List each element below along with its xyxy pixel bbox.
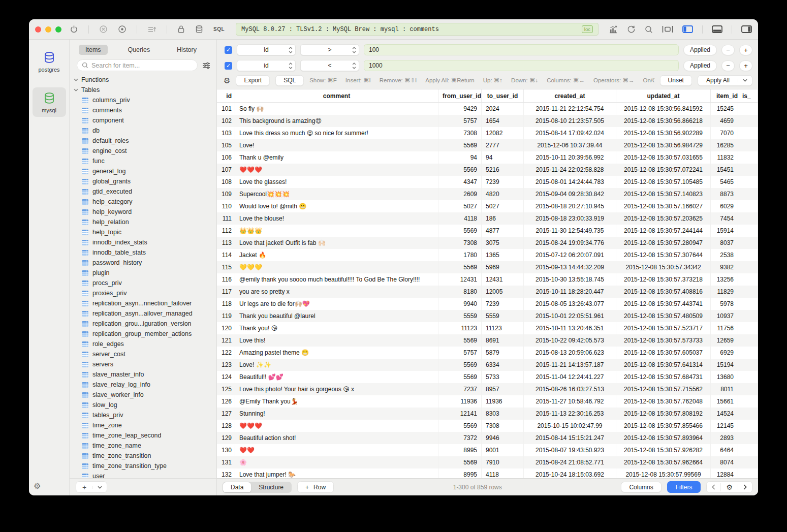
- table-row[interactable]: 101So fly 🙌🏼942920242015-11-21 22:12:54.…: [217, 103, 758, 115]
- cell-created_at[interactable]: 2015-08-18 20:27:10.945: [524, 200, 616, 212]
- cell-created_at[interactable]: 2015-11-24 22:02:58.828: [524, 164, 616, 176]
- cell-to_user_id[interactable]: 7910: [482, 456, 524, 468]
- sql-window-icon[interactable]: SQL: [213, 26, 225, 32]
- cell-updated_at[interactable]: 2015-12-08 15:30:56.984729: [616, 139, 711, 151]
- cell-from_user_id[interactable]: 8180: [438, 286, 482, 298]
- power-icon[interactable]: [70, 25, 78, 34]
- cell-id[interactable]: 119: [217, 310, 235, 322]
- cell-is[interactable]: [738, 200, 758, 212]
- cell-id[interactable]: 105: [217, 139, 235, 151]
- cell-from_user_id[interactable]: 1780: [438, 249, 482, 261]
- cell-comment[interactable]: @emily thank you soooo much beautiful!!!…: [235, 273, 438, 286]
- table-row[interactable]: 110Would love to! @mith 😬502750272015-08…: [217, 200, 758, 212]
- table-row[interactable]: 109Supercool💥💥💥260948202015-09-04 09:28:…: [217, 188, 758, 200]
- cell-item_id[interactable]: 7070: [711, 127, 738, 139]
- cell-to_user_id[interactable]: 9001: [482, 444, 524, 456]
- cell-updated_at[interactable]: 2015-12-08 15:30:57.203625: [616, 212, 711, 225]
- table-row[interactable]: 102This background is amazing😍5757165420…: [217, 115, 758, 127]
- cell-is[interactable]: [738, 420, 758, 432]
- cell-id[interactable]: 127: [217, 408, 235, 420]
- cell-item_id[interactable]: 15914: [711, 225, 738, 237]
- cell-from_user_id[interactable]: 11936: [438, 395, 482, 408]
- table-row[interactable]: 107❤️❤️❤️556952162015-11-24 22:02:58.828…: [217, 164, 758, 176]
- cell-item_id[interactable]: 5465: [711, 176, 738, 188]
- tab-items[interactable]: Items: [79, 45, 108, 55]
- cell-from_user_id[interactable]: 12431: [438, 273, 482, 286]
- column-header-to_user_id[interactable]: to_user_id: [482, 89, 524, 102]
- table-row[interactable]: 131🌸556979102015-08-24 21:08:52.7712015-…: [217, 456, 758, 468]
- filter-enabled-checkbox[interactable]: ✓: [225, 46, 232, 54]
- cell-id[interactable]: 132: [217, 468, 235, 478]
- cell-item_id[interactable]: 8074: [711, 456, 738, 468]
- left-panel-icon[interactable]: [682, 25, 693, 33]
- cell-to_user_id[interactable]: 5879: [482, 347, 524, 359]
- cell-comment[interactable]: 💛💛💛: [235, 261, 438, 273]
- cell-is[interactable]: [738, 127, 758, 139]
- cell-item_id[interactable]: 16285: [711, 139, 738, 151]
- cell-updated_at[interactable]: 2015-12-08 15:30:57.34342: [616, 261, 711, 273]
- cell-to_user_id[interactable]: 94: [482, 151, 524, 164]
- cell-updated_at[interactable]: 2015-12-08 15:30:57.072241: [616, 164, 711, 176]
- cell-from_user_id[interactable]: 11123: [438, 322, 482, 334]
- cell-created_at[interactable]: 2015-11-21 14:13:57.187: [524, 359, 616, 371]
- cell-created_at[interactable]: 2015-09-04 09:28:30.842: [524, 188, 616, 200]
- cell-from_user_id[interactable]: 5569: [438, 164, 482, 176]
- cell-id[interactable]: 111: [217, 212, 235, 225]
- cell-item_id[interactable]: 6464: [711, 444, 738, 456]
- sidebar-table-item[interactable]: comments: [70, 105, 216, 115]
- cell-comment[interactable]: Amazing pastel theme 😬: [235, 347, 438, 359]
- target-icon[interactable]: [118, 25, 127, 34]
- cell-updated_at[interactable]: 2015-12-08 15:30:57.893964: [616, 432, 711, 444]
- cell-updated_at[interactable]: 2015-12-08 15:30:57.99569: [616, 468, 711, 478]
- cell-created_at[interactable]: 2015-08-13 20:59:06.623: [524, 347, 616, 359]
- remove-filter-button[interactable]: −: [721, 60, 735, 71]
- cell-id[interactable]: 112: [217, 225, 235, 237]
- sidebar-table-item[interactable]: engine_cost: [70, 146, 216, 156]
- cell-created_at[interactable]: 2015-08-10 21:23:57.505: [524, 115, 616, 127]
- filter-applied-button[interactable]: Applied: [683, 60, 717, 71]
- cell-is[interactable]: [738, 468, 758, 478]
- table-row[interactable]: 128❤️❤️❤️556973082015-10-15 10:02:47.992…: [217, 420, 758, 432]
- cell-to_user_id[interactable]: 186: [482, 212, 524, 225]
- cell-comment[interactable]: ❤️❤️: [235, 444, 438, 456]
- database-icon[interactable]: [195, 25, 203, 34]
- cell-id[interactable]: 103: [217, 127, 235, 139]
- cell-item_id[interactable]: 13256: [711, 273, 738, 286]
- cell-from_user_id[interactable]: 8995: [438, 444, 482, 456]
- cell-to_user_id[interactable]: 12005: [482, 286, 524, 298]
- cell-created_at[interactable]: 2015-08-07 19:43:50.923: [524, 444, 616, 456]
- cell-item_id[interactable]: 11829: [711, 286, 738, 298]
- cell-comment[interactable]: Beautiful action shot!: [235, 432, 438, 444]
- sidebar-table-item[interactable]: time_zone: [70, 420, 216, 430]
- cell-id[interactable]: 117: [217, 286, 235, 298]
- cell-to_user_id[interactable]: 7239: [482, 298, 524, 310]
- sidebar-table-item[interactable]: global_grants: [70, 176, 216, 186]
- cell-id[interactable]: 120: [217, 322, 235, 334]
- filter-enabled-checkbox[interactable]: ✓: [225, 62, 232, 70]
- cell-item_id[interactable]: 4659: [711, 115, 738, 127]
- cell-item_id[interactable]: 10937: [711, 310, 738, 322]
- cell-created_at[interactable]: 2015-12-06 10:37:39.44: [524, 139, 616, 151]
- cell-is[interactable]: [738, 310, 758, 322]
- cell-updated_at[interactable]: 2015-12-08 15:30:57.605037: [616, 347, 711, 359]
- remove-filter-button[interactable]: −: [721, 45, 735, 55]
- cell-item_id[interactable]: 12145: [711, 420, 738, 432]
- data-tab[interactable]: Data: [223, 482, 251, 492]
- cell-is[interactable]: [738, 298, 758, 310]
- sidebar-table-item[interactable]: general_log: [70, 166, 216, 176]
- refresh-icon[interactable]: [627, 25, 636, 34]
- table-row[interactable]: 119Thank you beautiful @laurel5559555920…: [217, 310, 758, 322]
- cell-updated_at[interactable]: 2015-12-08 15:30:57.573733: [616, 334, 711, 347]
- cell-updated_at[interactable]: 2015-12-08 15:30:57.715562: [616, 383, 711, 395]
- cell-id[interactable]: 107: [217, 164, 235, 176]
- cell-to_user_id[interactable]: 8691: [482, 334, 524, 347]
- cell-id[interactable]: 114: [217, 249, 235, 261]
- cell-from_user_id[interactable]: 5569: [438, 371, 482, 383]
- cell-updated_at[interactable]: 2015-12-08 15:30:57.307644: [616, 249, 711, 261]
- sidebar-table-item[interactable]: time_zone_transition_type: [70, 461, 216, 471]
- cell-comment[interactable]: Thank you beautiful @laurel: [235, 310, 438, 322]
- columns-button[interactable]: Columns: [621, 482, 661, 492]
- cell-created_at[interactable]: 2015-08-05 13:26:43.077: [524, 298, 616, 310]
- cell-created_at[interactable]: 2015-08-18 23:00:33.919: [524, 212, 616, 225]
- cell-is[interactable]: [738, 322, 758, 334]
